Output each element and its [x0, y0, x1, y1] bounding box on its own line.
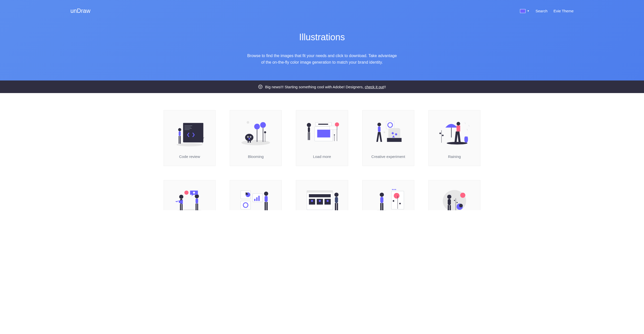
svg-point-51	[395, 133, 397, 135]
svg-rect-11	[179, 136, 179, 144]
svg-rect-88	[309, 194, 331, 197]
svg-rect-83	[265, 196, 268, 202]
smiley-icon	[258, 85, 263, 89]
svg-point-56	[457, 122, 460, 125]
svg-point-105	[394, 193, 399, 199]
svg-rect-35	[309, 132, 310, 140]
svg-point-107	[393, 200, 394, 202]
svg-line-62	[467, 129, 467, 130]
news-link[interactable]: check it out	[365, 85, 384, 89]
svg-rect-78	[256, 197, 258, 201]
svg-point-90	[311, 200, 313, 202]
svg-rect-49	[387, 138, 401, 142]
svg-rect-8	[184, 129, 190, 130]
svg-rect-39	[318, 124, 328, 125]
svg-rect-87	[307, 191, 333, 193]
gallery: Code review	[0, 93, 644, 227]
svg-point-111	[395, 189, 396, 190]
creative-experiment-icon	[368, 117, 409, 148]
svg-rect-97	[335, 203, 336, 210]
svg-point-100	[380, 193, 384, 197]
load-more-icon	[301, 117, 343, 148]
svg-rect-6	[184, 127, 191, 127]
svg-point-64	[179, 195, 183, 199]
illustration-card[interactable]	[230, 180, 282, 210]
svg-point-109	[392, 189, 393, 190]
illustration-card[interactable]: Load more	[296, 110, 348, 166]
svg-point-53	[384, 132, 385, 133]
growth-analytics-icon	[235, 185, 276, 210]
search-link[interactable]: Search	[536, 9, 548, 13]
svg-point-114	[447, 195, 451, 199]
svg-line-61	[469, 125, 469, 127]
illustration-image	[429, 180, 480, 210]
illustration-card[interactable]	[164, 180, 216, 210]
svg-point-45	[377, 122, 381, 126]
svg-point-58	[439, 133, 441, 134]
svg-point-43	[334, 134, 335, 135]
illustration-image	[363, 180, 414, 210]
illustration-image	[429, 110, 480, 150]
svg-point-54	[447, 142, 467, 144]
svg-rect-70	[195, 203, 196, 210]
news-prefix: Big news!!! Starting something cool with…	[265, 85, 365, 89]
chevron-down-icon: ▼	[527, 10, 530, 12]
page-title: Illustrations	[0, 32, 644, 43]
svg-rect-84	[265, 202, 266, 210]
illustration-image	[296, 180, 348, 210]
my-answer-icon	[368, 185, 409, 210]
svg-rect-116	[448, 205, 449, 211]
svg-point-82	[264, 192, 268, 196]
news-text: Big news!!! Starting something cool with…	[265, 85, 386, 89]
svg-point-2	[261, 86, 261, 87]
illustration-card[interactable]: Raining	[428, 110, 480, 166]
svg-rect-67	[182, 204, 183, 211]
svg-point-1	[260, 86, 260, 87]
logo[interactable]: unDraw	[70, 8, 90, 14]
svg-point-68	[195, 194, 199, 198]
svg-point-94	[327, 200, 329, 202]
svg-point-32	[307, 123, 311, 127]
svg-point-16	[242, 140, 270, 145]
svg-point-23	[245, 134, 253, 141]
illustration-card[interactable]: Creative experiment	[362, 110, 414, 166]
illustration-title: Blooming	[248, 150, 264, 166]
svg-rect-12	[180, 136, 181, 144]
illustration-card[interactable]: Blooming	[230, 110, 282, 166]
illustration-card[interactable]	[428, 180, 480, 210]
illustration-image	[230, 110, 281, 150]
svg-point-72	[184, 191, 189, 195]
online-friends-icon	[169, 185, 210, 210]
illustration-image	[164, 110, 215, 150]
svg-point-28	[249, 138, 250, 139]
svg-rect-37	[317, 130, 330, 137]
svg-rect-10	[179, 131, 181, 136]
illustration-card[interactable]	[296, 180, 348, 210]
svg-point-99	[376, 210, 387, 210]
svg-point-119	[459, 204, 463, 207]
illustration-card[interactable]: Code review	[164, 110, 216, 166]
svg-rect-69	[195, 198, 198, 204]
svg-rect-66	[180, 204, 181, 211]
illustration-image	[363, 110, 414, 150]
svg-line-60	[465, 122, 465, 124]
svg-point-92	[319, 200, 321, 202]
svg-rect-46	[378, 126, 380, 132]
illustration-image	[164, 180, 215, 210]
svg-rect-79	[258, 196, 260, 201]
svg-point-95	[335, 193, 339, 197]
blooming-icon	[235, 117, 276, 148]
evie-theme-link[interactable]: Evie Theme	[553, 9, 574, 13]
svg-point-73	[177, 201, 179, 203]
news-suffix: !!	[384, 85, 386, 89]
illustration-card[interactable]	[362, 180, 414, 210]
hero-section: unDraw ▼ Search Evie Theme Illustrations…	[0, 0, 644, 80]
color-swatch	[520, 9, 526, 13]
svg-point-9	[178, 128, 181, 131]
svg-rect-80	[241, 201, 251, 209]
svg-rect-76	[253, 194, 262, 202]
svg-point-0	[258, 85, 262, 89]
svg-rect-98	[337, 203, 338, 210]
svg-point-74	[193, 192, 195, 194]
color-picker[interactable]: ▼	[520, 9, 530, 13]
